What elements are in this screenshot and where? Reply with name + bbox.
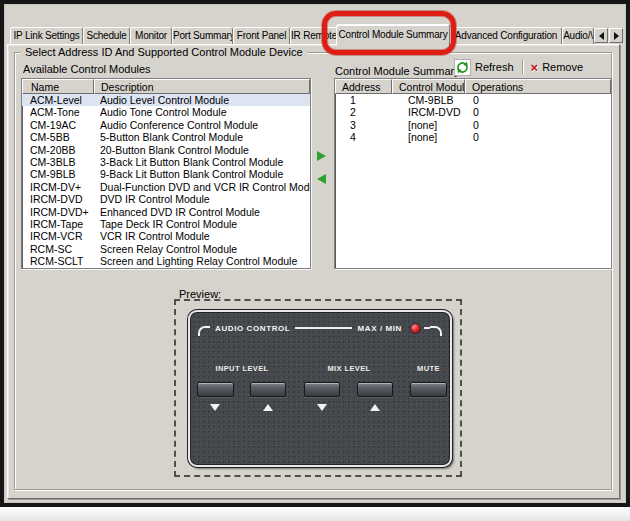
refresh-button[interactable]: Refresh (451, 58, 517, 77)
tab-control-module-summary[interactable]: Control Module Summary (336, 24, 450, 46)
bracket-left-icon (198, 326, 210, 336)
down-arrow-icon (210, 404, 220, 411)
scroll-left-icon (599, 32, 604, 40)
refresh-label: Refresh (475, 61, 514, 73)
address-id-groupbox: Select Address ID And Supported Control … (14, 52, 612, 490)
list-item[interactable]: RCM-SCLT Screen and Lighting Relay Contr… (22, 255, 310, 267)
input-level-label: INPUT LEVEL (197, 364, 287, 373)
control-module-summary-label: Control Module Summary: (335, 65, 463, 78)
list-item[interactable]: ACM-Level Audio Level Control Module (22, 94, 310, 106)
max-min-label: MAX / MIN (352, 324, 407, 333)
table-row[interactable]: 2 IRCM-DVD 0 (335, 106, 611, 118)
mute-button (410, 382, 447, 397)
tab-schedule[interactable]: Schedule (83, 27, 130, 44)
tab-advanced-configuration[interactable]: Advanced Configuration (450, 27, 562, 44)
list-item[interactable]: CM-20BB 20-Button Blank Control Module (22, 144, 310, 156)
list-item[interactable]: ACM-Tone Audio Tone Control Module (22, 106, 310, 118)
list-item[interactable]: IRCM-Tape Tape Deck IR Control Module (22, 218, 310, 230)
list-item[interactable]: CM-5BB 5-Button Blank Control Module (22, 131, 310, 143)
list-item[interactable]: IRCM-DVD+ Enhanced DVD IR Control Module (22, 206, 310, 218)
preview-area: Preview: AUDIO CONTROL MAX / MIN INPUT L… (174, 299, 462, 477)
audio-control-panel-preview: AUDIO CONTROL MAX / MIN INPUT LEVEL MIX … (188, 310, 452, 467)
list-item[interactable]: CM-3BLB 3-Back Lit Button Blank Control … (22, 156, 310, 168)
list-item[interactable]: RCM-SC Screen Relay Control Module (22, 243, 310, 255)
title-rule (295, 327, 352, 329)
input-level-down-button (197, 382, 234, 397)
bottom-margin (0, 507, 630, 521)
mute-label: MUTE (410, 364, 447, 373)
tab-front-panel[interactable]: Front Panel (233, 27, 290, 44)
list-item[interactable]: IRCM-VCR VCR IR Control Module (22, 230, 310, 242)
table-row[interactable]: 4 [none] 0 (335, 131, 611, 143)
table-row[interactable]: 3 [none] 0 (335, 119, 611, 131)
mix-level-down-button (304, 382, 340, 397)
available-modules-label: Available Control Modules (23, 63, 151, 76)
tab-ir-remote[interactable]: IR Remote (290, 27, 338, 44)
column-header-operations[interactable]: Operations (465, 79, 611, 94)
input-level-up-button (250, 382, 286, 397)
table-row[interactable]: 1 CM-9BLB 0 (335, 94, 611, 106)
screenshot: IP Link Settings Schedule Monitor Port S… (0, 0, 630, 521)
remove-label: Remove (542, 61, 583, 73)
column-header-module[interactable]: Control Module (392, 79, 465, 94)
preview-label: Preview: (179, 288, 221, 300)
list-item[interactable]: IRCM-DVD DVD IR Control Module (22, 193, 310, 205)
tab-ip-link-settings[interactable]: IP Link Settings (10, 27, 83, 44)
mix-level-label: MIX LEVEL (304, 364, 394, 373)
application-window: IP Link Settings Schedule Monitor Port S… (0, 0, 630, 507)
tab-monitor[interactable]: Monitor (130, 27, 172, 44)
list-item[interactable]: CM-9BLB 9-Back Lit Button Blank Control … (22, 168, 310, 180)
available-modules-list[interactable]: Name Description ACM-Level Audio Level C… (21, 78, 311, 269)
toolbar-separator (522, 60, 523, 74)
up-arrow-icon (370, 404, 380, 411)
tab-bar: IP Link Settings Schedule Monitor Port S… (0, 0, 630, 46)
available-modules-header: Name Description (22, 79, 310, 94)
max-min-led-icon (410, 323, 421, 334)
refresh-icon (454, 59, 471, 76)
move-right-icon[interactable] (317, 151, 326, 161)
move-left-icon[interactable] (317, 174, 326, 184)
column-header-description[interactable]: Description (94, 79, 310, 94)
mix-level-up-button (357, 382, 393, 397)
remove-button[interactable]: × Remove (528, 60, 587, 75)
list-item[interactable]: CM-19AC Audio Conference Control Module (22, 119, 310, 131)
scroll-right-icon (614, 32, 619, 40)
tab-port-summary[interactable]: Port Summary (172, 27, 233, 44)
up-arrow-icon (263, 404, 273, 411)
panel-title: AUDIO CONTROL (210, 324, 295, 333)
summary-header: Address Control Module Operations (335, 79, 611, 94)
summary-list[interactable]: Address Control Module Operations 1 CM-9… (334, 78, 612, 269)
tab-scroll-left-button[interactable] (594, 28, 608, 43)
column-header-name[interactable]: Name (22, 79, 94, 94)
summary-toolbar: Refresh × Remove (451, 58, 586, 76)
panel-title-line: AUDIO CONTROL MAX / MIN (198, 322, 442, 334)
column-header-address[interactable]: Address (335, 79, 392, 94)
remove-x-icon: × (531, 61, 539, 74)
bracket-right-icon (430, 326, 442, 336)
down-arrow-icon (317, 404, 327, 411)
list-item[interactable]: IRCM-DV+ Dual-Function DVD and VCR IR Co… (22, 181, 310, 193)
tab-audio-video[interactable]: Audio/\ (562, 27, 594, 44)
tab-scroll-right-button[interactable] (609, 28, 623, 43)
groupbox-legend: Select Address ID And Supported Control … (21, 46, 307, 59)
